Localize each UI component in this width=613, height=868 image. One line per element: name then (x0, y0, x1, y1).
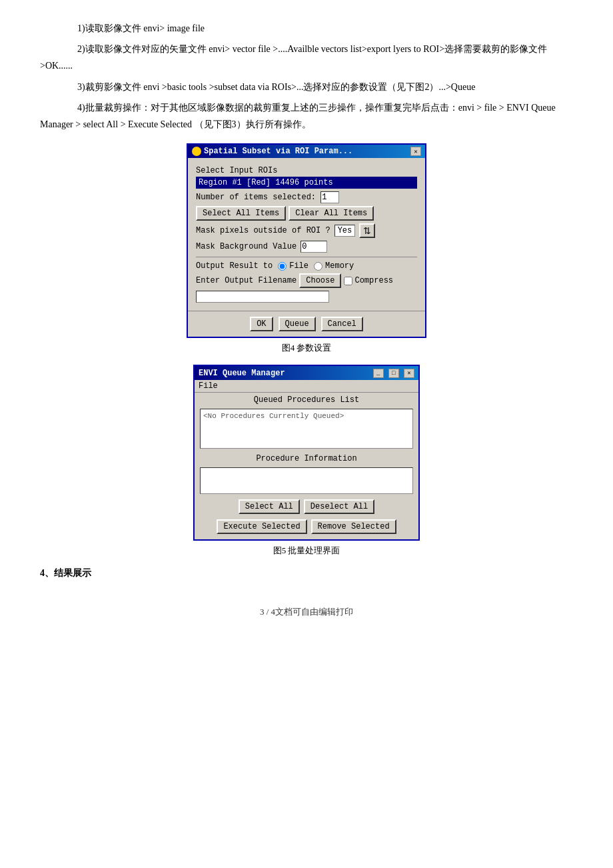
output-memory-label: Memory (325, 261, 354, 271)
mask-yes-value: Yes (334, 225, 356, 237)
queue-title-left: ENVI Queue Manager (199, 369, 285, 378)
output-file-label: File (289, 261, 308, 271)
dialog1-win-buttons: ✕ (410, 147, 421, 156)
deselect-all-button[interactable]: Deselect All (304, 499, 374, 514)
compress-checkbox[interactable] (344, 277, 352, 285)
procedure-info-label: Procedure Information (195, 451, 418, 465)
queue-title-text: ENVI Queue Manager (199, 369, 285, 378)
queue-titlebar: ENVI Queue Manager _ □ ✕ (195, 366, 418, 380)
filename-input[interactable] (196, 291, 329, 303)
paragraph-2: 2)读取影像文件对应的矢量文件 envi> vector file >....A… (40, 41, 573, 74)
cancel-button[interactable]: Cancel (321, 317, 363, 331)
procedure-info-area (200, 467, 413, 494)
page-footer: 3 / 4文档可自由编辑打印 (40, 606, 573, 618)
queue-win-buttons: _ □ ✕ (373, 368, 414, 378)
output-label: Output Result to (196, 261, 273, 271)
roi-selected-item[interactable]: Region #1 [Red] 14496 points (196, 177, 417, 189)
mask-label: Mask pixels outside of ROI ? (196, 226, 330, 235)
dialog1-icon (192, 147, 201, 156)
queued-procedures-list[interactable]: <No Procedures Currently Queued> (200, 409, 413, 449)
mask-bg-input[interactable] (301, 241, 327, 253)
queue-close-btn[interactable]: ✕ (404, 369, 414, 378)
queued-procedures-label: Queued Procedures List (195, 393, 418, 406)
mask-arrows-button[interactable]: ⇅ (359, 223, 375, 238)
items-count-input[interactable] (320, 191, 339, 203)
queue-select-row: Select All Deselect All (195, 497, 418, 517)
dialog1-container: Spatial Subset via ROI Param... ✕ Select… (40, 143, 573, 354)
mask-bg-row: Mask Background Value (196, 241, 417, 253)
envi-queue-dialog: ENVI Queue Manager _ □ ✕ File Queued Pro… (193, 365, 420, 541)
caption-1: 图4 参数设置 (282, 342, 332, 354)
dialog1-title-left: Spatial Subset via ROI Param... (192, 147, 352, 156)
remove-selected-button[interactable]: Remove Selected (311, 519, 396, 534)
items-count-row: Number of items selected: (196, 191, 417, 203)
dialog1-titlebar: Spatial Subset via ROI Param... ✕ (188, 145, 425, 158)
paragraph-4: 4)批量裁剪操作：对于其他区域影像数据的裁剪重复上述的三步操作，操作重复完毕后点… (40, 99, 573, 133)
select-all-items-button[interactable]: Select All Items (196, 206, 286, 221)
dialog1-bottom-buttons: OK Queue Cancel (188, 311, 425, 337)
no-procedures-text: <No Procedures Currently Queued> (203, 412, 344, 420)
output-memory-radio[interactable] (314, 262, 322, 271)
paragraph-1: 1)读取影像文件 envi> image file (40, 20, 573, 37)
choose-button[interactable]: Choose (299, 273, 341, 288)
section-4-heading: 4、结果展示 (40, 567, 573, 579)
paragraph-3: 3)裁剪影像文件 envi >basic tools >subset data … (40, 79, 573, 95)
output-file-radio-label[interactable]: File (278, 261, 308, 271)
select-clear-row: Select All Items Clear All Items (196, 206, 417, 221)
queue-button[interactable]: Queue (279, 317, 316, 331)
output-file-radio[interactable] (278, 262, 287, 271)
filename-label: Enter Output Filename (196, 276, 297, 285)
dialog2-container: ENVI Queue Manager _ □ ✕ File Queued Pro… (40, 365, 573, 557)
items-count-label: Number of items selected: (196, 193, 316, 202)
dialog1-content: Select Input ROIs Region #1 [Red] 14496 … (188, 158, 425, 308)
ok-button[interactable]: OK (250, 317, 273, 331)
queue-action-row: Execute Selected Remove Selected (195, 517, 418, 539)
caption-2: 图5 批量处理界面 (273, 545, 340, 557)
spatial-subset-dialog: Spatial Subset via ROI Param... ✕ Select… (187, 143, 426, 338)
roi-label: Select Input ROIs (196, 166, 417, 175)
filename-row: Enter Output Filename Choose Compress (196, 273, 417, 288)
output-row: Output Result to File Memory (196, 261, 417, 271)
output-memory-radio-label[interactable]: Memory (314, 261, 354, 271)
queue-file-menu[interactable]: File (199, 381, 218, 391)
queue-minimize-btn[interactable]: _ (373, 369, 384, 378)
execute-selected-button[interactable]: Execute Selected (217, 519, 306, 534)
compress-text: Compress (354, 276, 393, 285)
select-all-button[interactable]: Select All (239, 499, 300, 514)
queue-menubar: File (195, 380, 418, 393)
mask-bg-label: Mask Background Value (196, 242, 297, 251)
mask-row: Mask pixels outside of ROI ? Yes ⇅ (196, 223, 417, 238)
clear-all-items-button[interactable]: Clear All Items (289, 206, 374, 221)
queue-maximize-btn[interactable]: □ (388, 369, 399, 378)
separator-1 (196, 257, 417, 257)
compress-label[interactable]: Compress (344, 276, 393, 285)
dialog1-title-text: Spatial Subset via ROI Param... (204, 147, 352, 156)
dialog1-close-btn[interactable]: ✕ (410, 147, 421, 156)
